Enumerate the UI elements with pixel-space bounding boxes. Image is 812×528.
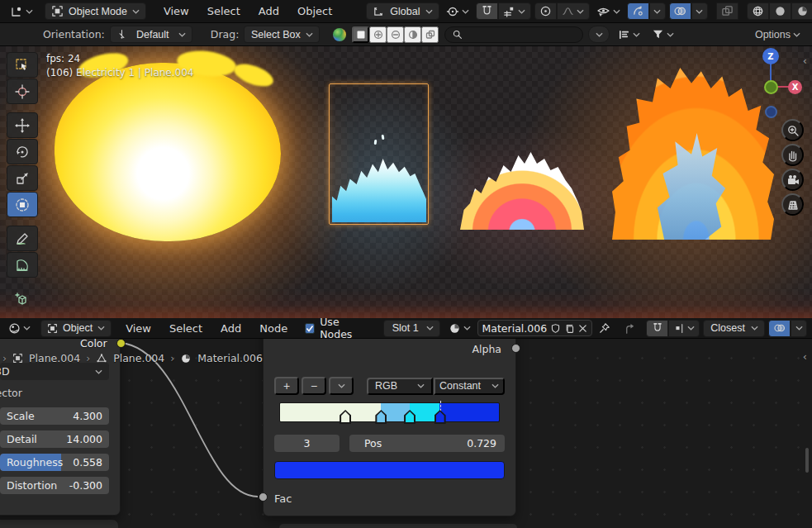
color-mode-dropdown[interactable]: RGB [367, 378, 433, 395]
colorramp-stop-1[interactable] [375, 410, 387, 424]
node-below-stub[interactable] [278, 523, 518, 528]
shader-type-dropdown[interactable]: Object [40, 320, 112, 337]
overlays-dropdown[interactable] [691, 2, 708, 20]
browse-material-dropdown[interactable] [445, 320, 474, 337]
mode-dropdown[interactable]: Object Mode [45, 2, 146, 20]
gizmo-axis-y[interactable] [764, 80, 778, 94]
noise-distortion-field[interactable]: Distortion -0.300 [0, 477, 109, 494]
noise-scale-field[interactable]: Scale 4.300 [0, 407, 109, 425]
stop-index-field[interactable]: 3 [274, 435, 340, 452]
search-field[interactable] [444, 26, 583, 43]
pivot-point-dropdown[interactable] [443, 2, 472, 20]
node-below-stub[interactable] [0, 519, 119, 528]
camera-view-button[interactable] [781, 169, 804, 191]
tool-falloff-sphere-icon[interactable] [333, 28, 346, 41]
flame-fireball[interactable] [55, 63, 281, 241]
noise-dimensions-dropdown[interactable]: 3D [0, 363, 109, 380]
add-stop-button[interactable]: + [274, 377, 299, 395]
pin-button[interactable] [596, 320, 614, 337]
options-dropdown[interactable]: Options [752, 26, 804, 43]
search-input[interactable] [467, 29, 566, 40]
menu-add[interactable]: Add [249, 5, 288, 17]
colorramp-stop-2[interactable] [404, 410, 415, 424]
drag-dropdown[interactable]: Select Box [244, 26, 320, 43]
material-name-field[interactable]: Material.006 [477, 320, 593, 336]
shading-material-button[interactable] [791, 2, 812, 20]
shader-menu-view[interactable]: View [116, 322, 160, 335]
shield-icon[interactable] [550, 323, 561, 334]
tool-move[interactable] [7, 112, 38, 138]
tool-add-cube[interactable] [7, 286, 38, 312]
tool-select-box[interactable] [7, 52, 38, 78]
display-settings-dropdown[interactable] [615, 26, 643, 43]
shader-overlays-toggle[interactable] [768, 320, 791, 337]
shader-menu-select[interactable]: Select [160, 322, 211, 335]
proportional-editing-toggle[interactable] [534, 2, 557, 20]
show-object-types-dropdown[interactable] [593, 2, 624, 20]
shader-menu-add[interactable]: Add [211, 322, 250, 335]
zoom-button[interactable] [781, 119, 804, 141]
orientation-setting-dropdown[interactable]: Default [110, 26, 192, 43]
colorramp-stop-3[interactable] [434, 410, 446, 424]
menu-object[interactable]: Object [288, 5, 341, 17]
filter-dropdown[interactable] [648, 26, 677, 43]
menu-view[interactable]: View [154, 5, 198, 17]
copy-icon[interactable] [564, 323, 575, 334]
tool-rotate[interactable] [7, 139, 38, 164]
shading-solid-button[interactable] [769, 2, 791, 20]
select-mode-intersect[interactable] [421, 26, 439, 43]
alpha-output-socket[interactable] [511, 344, 520, 353]
snap-settings-dropdown[interactable] [498, 2, 531, 20]
shader-node-editor[interactable]: Color › Plane.004 › Plane.004 › Material… [0, 339, 812, 528]
viewport-3d[interactable]: fps: 24 (106) Electricity 1 | Plane.004 … [0, 46, 812, 318]
shading-wireframe-button[interactable] [747, 2, 769, 20]
gizmo-axis-neg-z[interactable] [765, 106, 777, 118]
tool-transform[interactable] [7, 192, 38, 217]
noise-texture-node[interactable]: 3D Vector Scale 4.300 Detail 14.000 Roug… [0, 339, 121, 516]
node-editor-sidebar-toggle[interactable]: ‹ [803, 350, 807, 363]
stop-position-field[interactable]: Pos 0.729 [349, 435, 505, 452]
tool-scale[interactable] [7, 165, 38, 191]
select-mode-subtract[interactable] [387, 26, 404, 43]
gizmo-axis-x[interactable]: X [788, 80, 802, 94]
show-gizmo-toggle[interactable] [627, 2, 649, 20]
insert-into-group-button[interactable] [620, 320, 639, 337]
noise-roughness-field[interactable]: Roughness 0.558 [0, 454, 109, 471]
colorramp-node[interactable]: Alpha + − RGB Constant [263, 339, 516, 516]
editor-type-selector[interactable] [7, 2, 36, 20]
shader-editor-type-selector[interactable] [5, 320, 34, 337]
select-mode-extend[interactable] [369, 26, 387, 43]
snap-toggle[interactable] [476, 2, 498, 20]
gizmo-dropdown[interactable] [649, 2, 666, 20]
select-mode-new[interactable] [352, 26, 369, 43]
node-snap-toggle[interactable] [646, 320, 668, 337]
use-nodes-checkbox[interactable] [305, 323, 315, 334]
interpolation-dropdown[interactable]: Constant [434, 378, 505, 395]
transform-orientation-dropdown[interactable]: Global [366, 2, 439, 20]
tool-cursor[interactable] [7, 78, 38, 104]
tool-annotate[interactable] [7, 226, 38, 251]
color-output-socket[interactable] [116, 339, 126, 348]
flame-pink[interactable] [460, 147, 584, 230]
ramp-options-dropdown[interactable] [329, 377, 354, 395]
xray-toggle[interactable] [716, 2, 738, 20]
search-history-dropdown[interactable] [588, 26, 610, 43]
pan-button[interactable] [781, 144, 804, 166]
node-editor-scrollbar[interactable] [805, 448, 809, 473]
orthographic-toggle-button[interactable] [781, 193, 804, 216]
close-icon[interactable] [578, 324, 587, 333]
material-slot-dropdown[interactable]: Slot 1 [383, 320, 440, 337]
viewport-sidebar-toggle[interactable]: ‹ [803, 55, 807, 67]
remove-stop-button[interactable]: − [302, 377, 326, 395]
tool-measure[interactable] [7, 252, 38, 278]
show-overlays-toggle[interactable] [669, 2, 691, 20]
colorramp-stop-0[interactable] [340, 410, 351, 424]
colorramp-color-swatch[interactable] [274, 461, 505, 479]
shader-overlays-dropdown[interactable] [791, 320, 807, 337]
noise-detail-field[interactable]: Detail 14.000 [0, 430, 109, 448]
gizmo-axis-z[interactable]: Z [762, 48, 779, 64]
shader-menu-node[interactable]: Node [250, 322, 297, 335]
menu-select[interactable]: Select [198, 5, 249, 17]
proportional-falloff-dropdown[interactable] [557, 2, 590, 20]
select-mode-invert[interactable] [404, 26, 421, 43]
